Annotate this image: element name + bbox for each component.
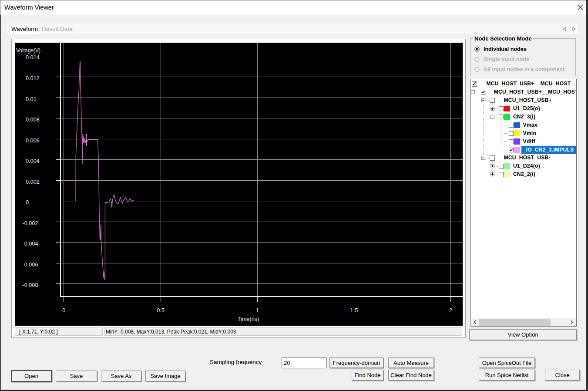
svg-text:-0.004: -0.004 <box>23 241 38 247</box>
svg-text:0.002: 0.002 <box>26 179 40 185</box>
svg-text:0: 0 <box>26 199 29 206</box>
svg-text:0.5: 0.5 <box>157 307 165 313</box>
svg-text:0.012: 0.012 <box>26 75 40 81</box>
svg-text:-0.002: -0.002 <box>23 220 38 226</box>
svg-text:2: 2 <box>449 307 452 313</box>
svg-text:-0.008: -0.008 <box>23 282 38 288</box>
svg-text:Time(ns): Time(ns) <box>238 316 259 322</box>
svg-text:Voltage(V): Voltage(V) <box>16 47 40 54</box>
svg-text:0.01: 0.01 <box>26 96 37 102</box>
svg-text:-0.006: -0.006 <box>23 262 38 268</box>
svg-text:1: 1 <box>256 307 259 313</box>
svg-text:0.004: 0.004 <box>26 158 40 164</box>
svg-text:1.5: 1.5 <box>350 307 358 313</box>
svg-text:0: 0 <box>62 307 65 313</box>
svg-text:0.014: 0.014 <box>26 54 40 61</box>
svg-text:0.008: 0.008 <box>26 117 40 123</box>
svg-text:0.006: 0.006 <box>26 138 40 144</box>
